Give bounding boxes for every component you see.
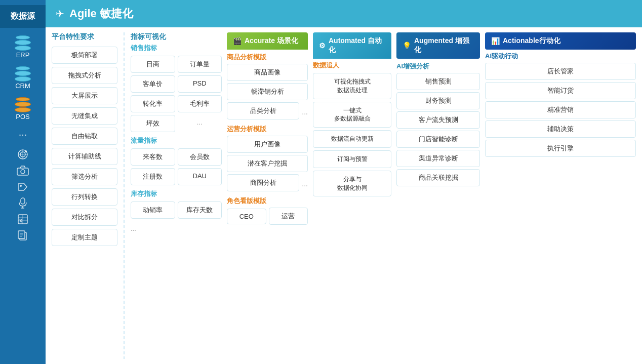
tag-icon[interactable] — [14, 180, 32, 194]
business-circle[interactable]: 商圈分析 — [227, 174, 299, 191]
feature-hanglie[interactable]: 行列转换 — [52, 188, 117, 206]
product-analysis-row: 品类分析 ... — [227, 102, 308, 122]
page-title: Agile 敏捷化 — [69, 6, 133, 21]
metric-zhuce[interactable]: 注册数 — [131, 168, 175, 185]
action-precise-marketing[interactable]: 精准营销 — [485, 101, 636, 118]
augmented-header: 💡 Augmented 增强化 — [396, 32, 480, 59]
ai-sales-forecast[interactable]: 销售预测 — [396, 73, 480, 90]
flow-metrics-title: 流量指标 — [131, 136, 222, 145]
sidebar-item-more[interactable]: ··· — [3, 126, 43, 143]
metric-psd[interactable]: PSD — [178, 75, 222, 93]
main-content: 平台特性要求 极简部署 拖拽式分析 大屏展示 无缝集成 自由钻取 计算辅助线 筛… — [46, 27, 642, 364]
divider-1 — [124, 32, 125, 359]
platform-column: 平台特性要求 极简部署 拖拽式分析 大屏展示 无缝集成 自由钻取 计算辅助线 筛… — [52, 32, 117, 359]
feature-duibi[interactable]: 对比拆分 — [52, 209, 117, 226]
ai-channel-diagnose[interactable]: 渠道异常诊断 — [396, 150, 480, 167]
svg-point-7 — [20, 185, 22, 187]
main-container: 数据源 ERP CRM — [0, 0, 642, 364]
feature-tuozhuai[interactable]: 拖拽式分析 — [52, 67, 117, 84]
svg-rect-8 — [21, 198, 25, 204]
feature-ziyou[interactable]: 自由钻取 — [52, 128, 117, 145]
mic-icon[interactable] — [14, 196, 32, 210]
tracker-visual-drag[interactable]: 可视化拖拽式 数据流处理 — [313, 73, 391, 99]
inventory-more: ... — [131, 223, 222, 234]
ops-view[interactable]: 运营 — [269, 208, 308, 225]
feature-daping[interactable]: 大屏展示 — [52, 87, 117, 104]
actionable-column: 📊 Actionable行动化 AI驱动行动 店长管家 智能订货 精准营销 辅助… — [485, 32, 636, 359]
sales-metrics-grid: 日商 订单量 客单价 PSD 转化率 毛利率 坪效 ... — [131, 56, 222, 132]
analysis-column: 🎬 Accurate 场景化 商品分析模版 商品画像 畅滞销分析 品类分析 ..… — [227, 32, 308, 359]
metrics-title: 指标可视化 — [131, 32, 222, 42]
excel-icon[interactable] — [14, 212, 32, 226]
ai-churn-forecast[interactable]: 客户流失预测 — [396, 111, 480, 129]
metric-kedanjia[interactable]: 客单价 — [131, 75, 175, 93]
action-exec-engine[interactable]: 执行引擎 — [485, 140, 636, 157]
weibo-icon[interactable] — [14, 147, 32, 161]
metric-pingxiao[interactable]: 坪效 — [131, 115, 175, 132]
camera-icon[interactable] — [14, 164, 32, 178]
action-smart-order[interactable]: 智能订货 — [485, 82, 636, 99]
metric-huiyuan[interactable]: 会员数 — [178, 148, 222, 166]
ops-more: ... — [302, 180, 308, 188]
ceo-view[interactable]: CEO — [227, 209, 266, 224]
metric-dau[interactable]: DAU — [178, 168, 222, 185]
inventory-metrics-title: 库存指标 — [131, 189, 222, 198]
tracker-onekey-fusion[interactable]: 一键式 多数据源融合 — [313, 102, 391, 128]
copy-icon[interactable] — [14, 228, 32, 242]
svg-point-2 — [25, 150, 27, 152]
feature-jisuan[interactable]: 计算辅助线 — [52, 148, 117, 165]
svg-point-6 — [21, 170, 25, 174]
crm-icon — [14, 67, 32, 81]
slow-sales[interactable]: 畅滞销分析 — [227, 83, 308, 100]
sales-metrics-title: 销售指标 — [131, 44, 222, 53]
product-analysis-title: 商品分析模版 — [227, 53, 308, 62]
accurate-title: Accurate 场景化 — [245, 36, 298, 46]
role-view-row: CEO 运营 — [227, 208, 308, 227]
agile-icon: ✈ — [56, 8, 64, 20]
sidebar-item-pos[interactable]: POS — [3, 95, 43, 124]
accurate-header: 🎬 Accurate 场景化 — [227, 32, 308, 50]
feature-dingzhi[interactable]: 定制主题 — [52, 229, 117, 246]
ai-store-diagnose[interactable]: 门店智能诊断 — [396, 131, 480, 148]
augmented-icon: 💡 — [403, 42, 411, 50]
ai-product-mining[interactable]: 商品关联挖掘 — [396, 169, 480, 186]
metric-sales-more: ... — [178, 115, 222, 132]
feature-shaixuan[interactable]: 筛选分析 — [52, 168, 117, 185]
pos-icon — [14, 98, 32, 112]
tracker-subscribe[interactable]: 订阅与预警 — [313, 150, 391, 168]
data-tracker-column: ⚙ Automated 自动化 数据追人 可视化拖拽式 数据流处理 一键式 多数… — [313, 32, 391, 359]
metric-kucun[interactable]: 库存天数 — [178, 201, 222, 219]
category-analysis[interactable]: 品类分析 — [227, 102, 299, 119]
product-image[interactable]: 商品画像 — [227, 64, 308, 81]
tracker-share[interactable]: 分享与 数据化协同 — [313, 171, 391, 197]
page-header: ✈ Agile 敏捷化 — [46, 0, 642, 27]
actionable-title: Actionable行动化 — [503, 36, 560, 46]
metric-rishang[interactable]: 日商 — [131, 56, 175, 73]
metric-zhuanhua[interactable]: 转化率 — [131, 95, 175, 112]
automated-title: Automated 自动化 — [329, 36, 385, 55]
feature-jijian[interactable]: 极简部署 — [52, 47, 117, 64]
potential-customer[interactable]: 潜在客户挖掘 — [227, 155, 308, 172]
inventory-metrics-grid: 动销率 库存天数 — [131, 201, 222, 219]
role-view-title: 角色看版模版 — [227, 196, 308, 206]
action-assist-decision[interactable]: 辅助决策 — [485, 120, 636, 138]
ai-finance-forecast[interactable]: 财务预测 — [396, 92, 480, 109]
metric-maoli[interactable]: 毛利率 — [178, 95, 222, 112]
user-portrait[interactable]: 用户画像 — [227, 136, 308, 153]
data-tracker-title: 数据追人 — [313, 61, 391, 70]
svg-rect-5 — [17, 168, 28, 175]
metric-dongxiao[interactable]: 动销率 — [131, 201, 175, 219]
feature-wufeng[interactable]: 无缝集成 — [52, 107, 117, 125]
flow-metrics-grid: 来客数 会员数 注册数 DAU — [131, 148, 222, 185]
action-store-manager[interactable]: 店长管家 — [485, 63, 636, 80]
product-more: ... — [302, 108, 308, 116]
metric-dingdan[interactable]: 订单量 — [178, 56, 222, 73]
metric-laike[interactable]: 来客数 — [131, 148, 175, 166]
sidebar-item-crm[interactable]: CRM — [3, 64, 43, 93]
metrics-column: 指标可视化 销售指标 日商 订单量 客单价 PSD 转化率 毛利率 坪效 ...… — [131, 32, 222, 359]
sidebar-header: 数据源 — [0, 5, 46, 28]
sidebar-item-erp[interactable]: ERP — [3, 33, 43, 62]
ops-analysis-title: 运营分析模版 — [227, 125, 308, 134]
augmented-title: Augmented 增强化 — [414, 36, 474, 55]
tracker-auto-update[interactable]: 数据流自动更新 — [313, 130, 391, 148]
